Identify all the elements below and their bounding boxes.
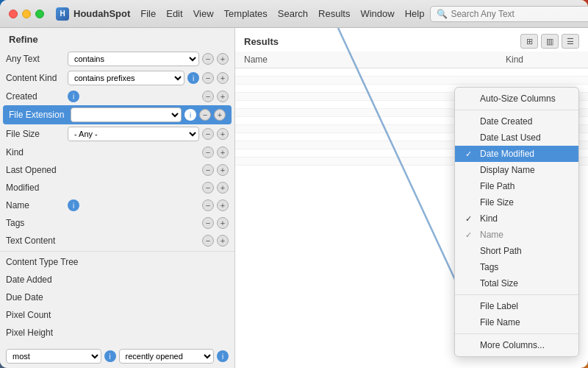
search-input[interactable]	[451, 9, 588, 19]
content-kind-minus[interactable]: −	[202, 72, 214, 84]
modified-minus[interactable]: −	[202, 182, 214, 194]
created-control: i	[68, 91, 199, 102]
bottom-most-select[interactable]: most	[6, 349, 101, 364]
menu-help[interactable]: Help	[405, 8, 425, 19]
menu-window[interactable]: Window	[360, 8, 394, 19]
refine-row-content-kind: Content Kind contains prefixes i − +	[0, 68, 234, 88]
col-file-label[interactable]: File Label	[455, 298, 578, 314]
refine-row-file-extension[interactable]: File Extension i − +	[3, 105, 232, 124]
titlebar: H HoudahSpot File Edit View Templates Se…	[0, 0, 588, 28]
refine-row-date-added[interactable]: Date Added	[0, 271, 234, 289]
app-name: HoudahSpot	[74, 8, 130, 19]
more-columns-label: More Columns...	[480, 340, 545, 350]
col-display-name[interactable]: Display Name	[455, 162, 578, 178]
short-path-label: Short Path	[480, 246, 522, 256]
kind-minus[interactable]: −	[202, 146, 214, 158]
file-size-label: File Size	[480, 197, 514, 208]
refine-row-pixel-height[interactable]: Pixel Height	[0, 324, 234, 342]
col-file-path[interactable]: File Path	[455, 178, 578, 194]
file-size-plus[interactable]: +	[217, 128, 229, 140]
any-text-plus[interactable]: +	[217, 53, 229, 65]
results-column-view[interactable]: ▥	[541, 34, 559, 49]
any-text-select[interactable]: contains	[68, 52, 199, 66]
created-minus[interactable]: −	[202, 91, 214, 102]
file-extension-minus[interactable]: −	[199, 109, 211, 121]
name-check: ✓	[465, 230, 476, 240]
file-path-label: File Path	[480, 181, 514, 191]
bottom-badge: i	[104, 350, 116, 362]
maximize-button[interactable]	[35, 10, 44, 18]
refine-bottom: most i recently opened i	[0, 344, 234, 368]
menu-templates[interactable]: Templates	[224, 8, 268, 19]
file-size-label: File Size	[6, 129, 65, 139]
last-opened-minus[interactable]: −	[202, 164, 214, 176]
col-auto-size[interactable]: Auto-Size Columns	[455, 91, 578, 107]
results-panel: Results ⊞ ▥ ☰ Name Kind	[235, 28, 588, 368]
tags-plus[interactable]: +	[217, 217, 229, 229]
col-name[interactable]: ✓ Name	[455, 227, 578, 243]
traffic-lights	[9, 10, 44, 18]
created-plus[interactable]: +	[217, 91, 229, 102]
content-kind-plus[interactable]: +	[217, 72, 229, 84]
file-extension-select[interactable]	[71, 107, 182, 122]
minimize-button[interactable]	[22, 10, 31, 18]
menu-edit[interactable]: Edit	[166, 8, 182, 19]
menu-view[interactable]: View	[193, 8, 214, 19]
file-extension-control: i	[71, 107, 196, 122]
col-tags[interactable]: Tags	[455, 259, 578, 275]
file-extension-badge: i	[184, 109, 196, 121]
tags-col-label: Tags	[480, 262, 498, 272]
refine-row-pixel-count[interactable]: Pixel Count	[0, 306, 234, 324]
refine-row-content-type-tree[interactable]: Content Type Tree	[0, 253, 234, 271]
menu-file[interactable]: File	[140, 8, 156, 19]
col-file-size[interactable]: File Size	[455, 194, 578, 210]
file-size-minus[interactable]: −	[202, 128, 214, 140]
col-file-name[interactable]: File Name	[455, 314, 578, 330]
app-identity: H HoudahSpot	[56, 7, 130, 21]
col-more-columns[interactable]: More Columns...	[455, 337, 578, 353]
content-kind-select[interactable]: contains prefixes	[68, 71, 184, 85]
col-kind[interactable]: ✓ Kind	[455, 210, 578, 227]
col-date-last-used[interactable]: Date Last Used	[455, 130, 578, 146]
menu-search[interactable]: Search	[278, 8, 308, 19]
date-added-label: Date Added	[6, 275, 65, 285]
col-date-created[interactable]: Date Created	[455, 113, 578, 130]
file-size-control: - Any -	[68, 127, 199, 141]
results-title: Results	[244, 36, 279, 47]
file-size-any-select[interactable]: - Any -	[68, 127, 199, 141]
name-minus[interactable]: −	[202, 199, 214, 211]
content-kind-label: Content Kind	[6, 73, 65, 83]
due-date-label: Due Date	[6, 292, 65, 302]
col-separator-1	[455, 110, 578, 110]
col-total-size[interactable]: Total Size	[455, 275, 578, 291]
text-content-minus[interactable]: −	[202, 235, 214, 247]
col-date-modified[interactable]: ✓ Date Modified	[455, 146, 578, 162]
col-short-path[interactable]: Short Path	[455, 243, 578, 259]
results-list-view[interactable]: ☰	[562, 34, 579, 49]
last-opened-label: Last Opened	[6, 165, 65, 175]
kind-plus[interactable]: +	[217, 146, 229, 158]
tags-minus[interactable]: −	[202, 217, 214, 229]
menu-results[interactable]: Results	[318, 8, 350, 19]
any-text-minus[interactable]: −	[202, 53, 214, 65]
total-size-label: Total Size	[480, 278, 518, 289]
refine-row-tags: Tags − +	[0, 214, 234, 232]
name-plus[interactable]: +	[217, 199, 229, 211]
close-button[interactable]	[9, 10, 18, 18]
text-content-plus[interactable]: +	[217, 235, 229, 247]
col-name-header[interactable]: Name	[244, 54, 506, 65]
results-table-header: Name Kind	[235, 52, 588, 68]
refine-row-due-date[interactable]: Due Date	[0, 289, 234, 306]
name-col-label: Name	[480, 230, 503, 240]
results-grid-view[interactable]: ⊞	[520, 34, 538, 49]
name-label: Name	[6, 200, 65, 210]
refine-row-file-size: File Size - Any - − +	[0, 124, 234, 144]
col-kind-header[interactable]: Kind	[506, 54, 579, 65]
file-extension-plus[interactable]: +	[214, 109, 226, 121]
bottom-recently-select[interactable]: recently opened	[119, 349, 215, 364]
modified-plus[interactable]: +	[217, 182, 229, 194]
last-opened-plus[interactable]: +	[217, 164, 229, 176]
results-view-buttons: ⊞ ▥ ☰	[520, 34, 579, 49]
search-container: 🔍	[430, 6, 588, 22]
content-kind-control: contains prefixes i	[68, 71, 199, 85]
